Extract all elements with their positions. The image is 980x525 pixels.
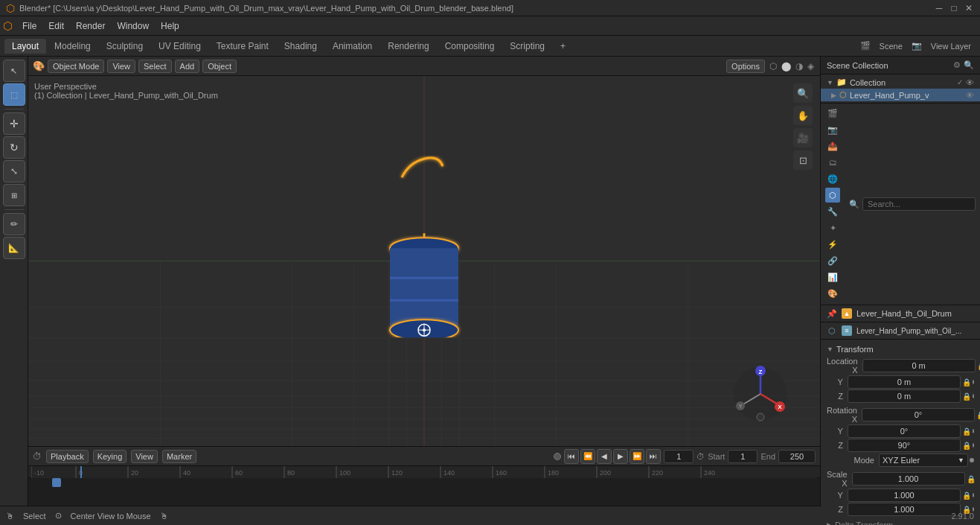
location-x-input[interactable] (862, 359, 976, 372)
object-mode-dropdown[interactable]: Object Mode (48, 60, 104, 73)
lock-rz-icon[interactable]: 🔒 (962, 442, 971, 450)
view-layer-prop-icon[interactable]: 🗂 (825, 155, 840, 170)
object-prop-icon[interactable]: ⬡ (825, 188, 840, 203)
blender-menu-icon[interactable]: ⬡ (3, 19, 13, 33)
properties-search[interactable] (862, 197, 976, 211)
collection-eye[interactable]: 👁 (966, 78, 974, 87)
tab-sculpting[interactable]: Sculpting (99, 39, 150, 54)
tab-layout[interactable]: Layout (4, 39, 46, 54)
rotation-x-input[interactable] (862, 408, 975, 421)
rotate-tool[interactable]: ↻ (3, 136, 25, 159)
menu-item-edit[interactable]: Edit (43, 19, 69, 33)
lock-sy-icon[interactable]: 🔒 (962, 491, 971, 500)
menu-item-help[interactable]: Help (156, 19, 185, 33)
lock-y-icon[interactable]: 🔒 (962, 378, 971, 386)
select-box-tool[interactable]: ⬚ (3, 83, 25, 106)
camera-icon[interactable]: 🎥 (793, 128, 813, 147)
orthographic-icon[interactable]: ⊡ (793, 150, 813, 170)
navigation-gizmo[interactable]: Z Y X (731, 364, 790, 424)
tab-shading[interactable]: Shading (277, 39, 324, 54)
marker-menu[interactable]: Marker (162, 450, 196, 463)
collection-item[interactable]: ▼ 📁 Collection ✓ 👁 (821, 76, 980, 89)
wireframe-icon[interactable]: ⬡ (768, 60, 778, 73)
constraints-prop-icon[interactable]: 🔗 (825, 253, 840, 268)
scale-y-input[interactable] (848, 489, 961, 502)
end-frame-input[interactable] (778, 450, 816, 463)
maximize-button[interactable]: □ (949, 3, 959, 13)
rotation-y-input[interactable] (848, 424, 961, 438)
lock-z-icon[interactable]: 🔒 (962, 392, 971, 401)
location-z-input[interactable] (848, 389, 961, 403)
start-frame-input[interactable] (728, 450, 758, 463)
annotate-tool[interactable]: ✏ (3, 213, 25, 235)
object-menu[interactable]: Object (202, 60, 237, 73)
jump-end-button[interactable]: ⏭ (646, 449, 661, 464)
material-prop-icon[interactable]: 🎨 (825, 286, 840, 301)
move-tool[interactable]: ✛ (3, 112, 25, 135)
object-eye[interactable]: 👁 (966, 91, 974, 100)
world-prop-icon[interactable]: 🌐 (825, 171, 840, 186)
transform-header[interactable]: ▼ Transform (827, 343, 974, 356)
keying-menu[interactable]: Keying (93, 450, 127, 463)
scene-name[interactable]: Scene (875, 40, 907, 52)
playback-menu[interactable]: Playback (46, 450, 89, 463)
tab-compositing[interactable]: Compositing (438, 39, 502, 54)
view-layer-name[interactable]: View Layer (926, 40, 976, 52)
view-menu[interactable]: View (107, 60, 135, 73)
timeline-body[interactable]: -10 0 20 40 60 80 100 120 (28, 466, 820, 506)
scale-tool[interactable]: ⤡ (3, 160, 25, 182)
data-prop-icon[interactable]: 📊 (825, 270, 840, 284)
output-prop-icon[interactable]: 📤 (825, 139, 840, 153)
lock-sx-icon[interactable]: 🔒 (967, 475, 976, 483)
options-button[interactable]: Options (726, 60, 765, 73)
menu-item-window[interactable]: Window (112, 19, 154, 33)
cursor-tool[interactable]: ↖ (3, 60, 25, 82)
tab-uv-editing[interactable]: UV Editing (151, 39, 208, 54)
play-button[interactable]: ▶ (613, 449, 628, 464)
lock-rx-icon[interactable]: 🔒 (976, 411, 980, 419)
render-prop-icon[interactable]: 📷 (825, 122, 840, 137)
object-item[interactable]: ▶ ⬡ Lever_Hand_Pump_v 👁 (821, 89, 980, 101)
zoom-icon[interactable]: 🔍 (793, 83, 813, 103)
add-workspace-button[interactable]: + (553, 39, 573, 54)
select-menu[interactable]: Select (138, 60, 172, 73)
particles-prop-icon[interactable]: ✦ (825, 220, 840, 235)
tab-rendering[interactable]: Rendering (380, 39, 436, 54)
modifier-prop-icon[interactable]: 🔧 (825, 204, 840, 219)
add-menu[interactable]: Add (175, 60, 200, 73)
solid-icon[interactable]: ⬤ (780, 60, 792, 73)
menu-item-file[interactable]: File (17, 19, 42, 33)
tab-texture-paint[interactable]: Texture Paint (209, 39, 276, 54)
tab-animation[interactable]: Animation (325, 39, 379, 54)
rotation-z-input[interactable] (848, 439, 961, 452)
current-frame-input[interactable] (664, 450, 694, 463)
outliner-search-icon[interactable]: 🔍 (964, 60, 974, 70)
keyframe-dot[interactable] (554, 453, 561, 460)
jump-start-button[interactable]: ⏮ (564, 449, 579, 464)
material-preview-icon[interactable]: ◑ (794, 60, 804, 73)
transform-tool[interactable]: ⊞ (3, 184, 25, 206)
close-button[interactable]: ✕ (964, 3, 974, 13)
filter-icon[interactable]: ⚙ (953, 60, 961, 70)
physics-prop-icon[interactable]: ⚡ (825, 237, 840, 252)
scale-z-input[interactable] (848, 503, 961, 516)
titlebar-controls[interactable]: ─ □ ✕ (934, 3, 974, 13)
3d-viewport[interactable]: User Perspective (1) Collection | Lever_… (28, 76, 820, 446)
scene-prop-icon[interactable]: 🎬 (825, 106, 840, 121)
pan-icon[interactable]: ✋ (793, 106, 813, 125)
scale-x-input[interactable] (852, 472, 965, 486)
timeline-view-menu[interactable]: View (131, 450, 158, 463)
lock-ry-icon[interactable]: 🔒 (962, 427, 971, 436)
minimize-button[interactable]: ─ (934, 3, 944, 13)
location-y-input[interactable] (848, 375, 961, 389)
pin-icon[interactable]: 📌 (827, 309, 837, 319)
tab-scripting[interactable]: Scripting (502, 39, 552, 54)
lock-x-icon[interactable]: 🔒 (977, 362, 980, 370)
prev-keyframe-button[interactable]: ⏪ (580, 449, 595, 464)
tab-modeling[interactable]: Modeling (47, 39, 98, 54)
measure-tool[interactable]: 📐 (3, 237, 25, 259)
rendered-icon[interactable]: ◈ (806, 60, 816, 73)
menu-item-render[interactable]: Render (71, 19, 110, 33)
mode-select[interactable]: XYZ Euler ▼ (879, 454, 968, 467)
play-reverse-button[interactable]: ◀ (597, 449, 612, 464)
